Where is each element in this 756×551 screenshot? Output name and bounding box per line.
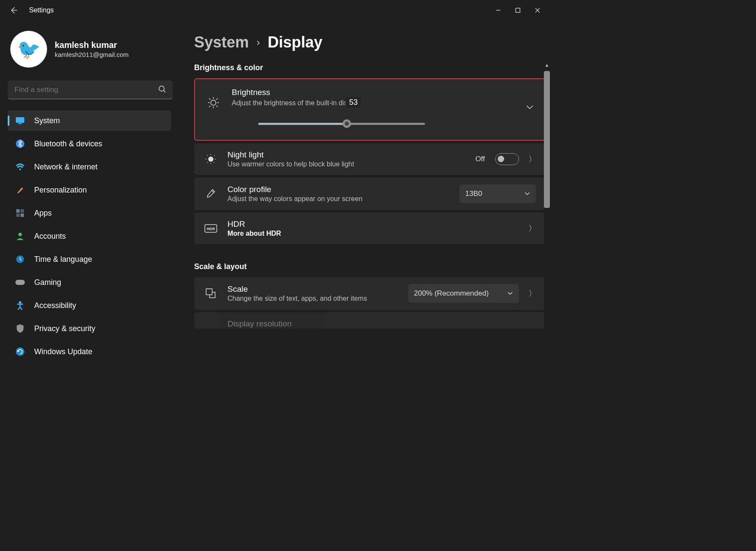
nav-label: Windows Update bbox=[34, 347, 92, 356]
night-light-state: Off bbox=[475, 155, 485, 163]
chevron-right-icon[interactable]: 〉 bbox=[529, 288, 536, 299]
sidebar-item-personalization[interactable]: Personalization bbox=[8, 180, 171, 200]
breadcrumb: System › Display bbox=[194, 33, 546, 51]
color-profile-select[interactable]: 13B0 bbox=[459, 184, 536, 203]
nav-label: System bbox=[34, 116, 60, 125]
nav-list: System Bluetooth & devices Network & int… bbox=[8, 110, 175, 362]
expand-brightness[interactable] bbox=[526, 104, 534, 112]
svg-point-13 bbox=[19, 301, 21, 304]
sidebar-item-accessibility[interactable]: Accessibility bbox=[8, 295, 171, 316]
gamepad-icon bbox=[15, 277, 26, 288]
nav-label: Bluetooth & devices bbox=[34, 139, 102, 148]
scale-value: 200% (Recommended) bbox=[414, 289, 489, 298]
display-icon bbox=[15, 115, 26, 126]
night-light-card[interactable]: Night light Use warmer colors to help bl… bbox=[194, 143, 546, 175]
scale-icon bbox=[204, 288, 218, 299]
nav-label: Personalization bbox=[34, 186, 87, 195]
slider-thumb[interactable] bbox=[343, 119, 351, 128]
svg-point-5 bbox=[19, 169, 21, 170]
nav-label: Network & internet bbox=[34, 163, 97, 172]
user-name: kamlesh kumar bbox=[55, 40, 129, 50]
minimize-button[interactable] bbox=[488, 3, 508, 17]
color-profile-subtitle: Adjust the way colors appear on your scr… bbox=[227, 195, 450, 203]
svg-rect-8 bbox=[16, 213, 20, 217]
eyedropper-icon bbox=[204, 188, 218, 199]
user-block[interactable]: 🐦 kamlesh kumar kamlesh2011@gmail.com bbox=[8, 21, 175, 80]
display-resolution-card[interactable]: Display resolution bbox=[194, 312, 546, 329]
search-field[interactable] bbox=[15, 86, 158, 94]
svg-rect-0 bbox=[516, 8, 520, 12]
scrollbar-thumb[interactable] bbox=[544, 71, 550, 208]
svg-point-10 bbox=[18, 233, 22, 236]
nav-label: Apps bbox=[34, 209, 52, 218]
window-title: Settings bbox=[29, 6, 54, 14]
sidebar-item-apps[interactable]: Apps bbox=[8, 203, 171, 223]
sidebar-item-accounts[interactable]: Accounts bbox=[8, 226, 171, 246]
nav-label: Gaming bbox=[34, 278, 61, 287]
slider-fill bbox=[258, 123, 347, 125]
sidebar: 🐦 kamlesh kumar kamlesh2011@gmail.com Sy… bbox=[0, 21, 175, 397]
scale-card[interactable]: Scale Change the size of text, apps, and… bbox=[194, 277, 546, 310]
svg-rect-6 bbox=[16, 209, 20, 213]
chevron-right-icon[interactable]: 〉 bbox=[529, 223, 536, 234]
hdr-card[interactable]: HDR HDR More about HDR 〉 bbox=[194, 213, 546, 244]
sidebar-item-network[interactable]: Network & internet bbox=[8, 157, 171, 177]
section-brightness-heading: Brightness & color bbox=[194, 63, 546, 72]
scale-select[interactable]: 200% (Recommended) bbox=[408, 284, 519, 303]
search-input[interactable] bbox=[8, 80, 173, 99]
brightness-subtitle: Adjust the brightness of the built-in di… bbox=[232, 99, 347, 107]
brightness-card[interactable]: Brightness Adjust the brightness of the … bbox=[194, 78, 546, 141]
back-button[interactable] bbox=[9, 5, 19, 15]
svg-rect-19 bbox=[206, 289, 212, 295]
person-icon bbox=[15, 231, 26, 242]
sidebar-item-bluetooth[interactable]: Bluetooth & devices bbox=[8, 133, 171, 154]
color-profile-card[interactable]: Color profile Adjust the way colors appe… bbox=[194, 178, 546, 210]
sidebar-item-system[interactable]: System bbox=[8, 110, 171, 131]
night-light-icon bbox=[204, 153, 218, 165]
hdr-subtitle: More about HDR bbox=[227, 230, 519, 237]
hdr-title: HDR bbox=[227, 219, 519, 229]
svg-rect-3 bbox=[18, 123, 22, 124]
wifi-icon bbox=[15, 161, 26, 172]
sidebar-item-time[interactable]: Time & language bbox=[8, 249, 171, 270]
clock-icon bbox=[15, 254, 26, 265]
scroll-up-icon[interactable]: ▲ bbox=[544, 62, 550, 68]
svg-point-15 bbox=[211, 100, 216, 105]
svg-rect-2 bbox=[16, 117, 24, 123]
nav-label: Time & language bbox=[34, 255, 92, 264]
nav-label: Accessibility bbox=[34, 301, 76, 310]
scale-title: Scale bbox=[227, 284, 399, 294]
breadcrumb-parent[interactable]: System bbox=[194, 33, 249, 51]
sidebar-item-update[interactable]: Windows Update bbox=[8, 341, 171, 362]
sidebar-item-gaming[interactable]: Gaming bbox=[8, 272, 171, 293]
svg-rect-9 bbox=[21, 213, 24, 217]
svg-point-1 bbox=[159, 86, 164, 91]
search-icon bbox=[158, 85, 166, 95]
bluetooth-icon bbox=[15, 138, 26, 149]
night-light-title: Night light bbox=[227, 150, 466, 160]
update-icon bbox=[15, 346, 26, 357]
maximize-button[interactable] bbox=[508, 3, 528, 17]
brightness-title: Brightness bbox=[232, 88, 534, 97]
nav-label: Privacy & security bbox=[34, 324, 95, 333]
breadcrumb-current: Display bbox=[268, 33, 322, 51]
display-resolution-title: Display resolution bbox=[227, 319, 536, 329]
nav-label: Accounts bbox=[34, 232, 66, 241]
chevron-down-icon bbox=[507, 291, 513, 296]
brush-icon bbox=[15, 184, 26, 196]
brightness-value-tooltip: 53 bbox=[346, 97, 361, 108]
main-panel: System › Display Brightness & color Brig… bbox=[175, 21, 551, 397]
scrollbar[interactable]: ▲ ▼ bbox=[544, 68, 550, 396]
sun-icon bbox=[206, 96, 221, 109]
scale-subtitle: Change the size of text, apps, and other… bbox=[227, 295, 399, 302]
svg-point-14 bbox=[16, 347, 24, 356]
chevron-right-icon[interactable]: 〉 bbox=[529, 154, 536, 164]
svg-rect-12 bbox=[15, 280, 25, 285]
sidebar-item-privacy[interactable]: Privacy & security bbox=[8, 318, 171, 339]
shield-icon bbox=[15, 323, 26, 334]
color-profile-value: 13B0 bbox=[465, 190, 482, 198]
night-light-toggle[interactable] bbox=[495, 153, 519, 165]
brightness-slider[interactable] bbox=[258, 118, 425, 128]
titlebar: Settings bbox=[0, 0, 551, 21]
close-button[interactable] bbox=[528, 3, 547, 17]
